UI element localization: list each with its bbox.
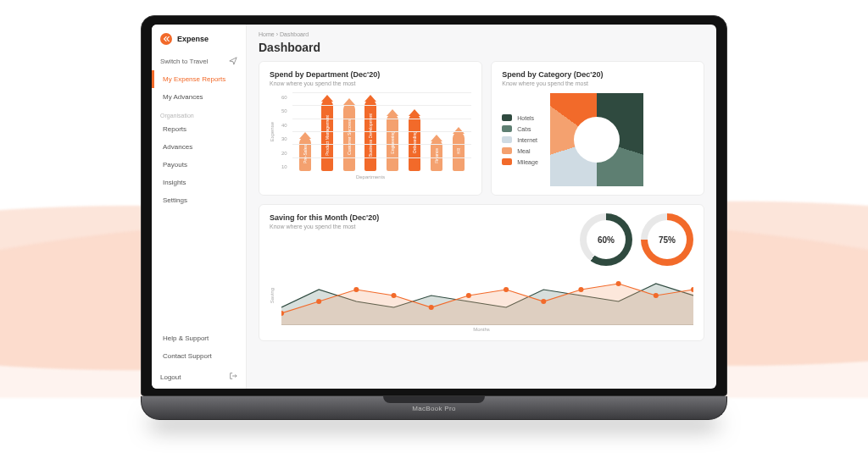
svg-point-7: [504, 287, 509, 292]
sidebar-item-contact-support[interactable]: Contact Support: [152, 347, 246, 365]
sidebar-item-label: Insights: [163, 179, 186, 186]
sidebar-item-help-support[interactable]: Help & Support: [152, 329, 246, 347]
sidebar-item-payouts[interactable]: Payouts: [152, 156, 246, 174]
sidebar-item-label: Reports: [163, 125, 186, 133]
paper-plane-icon: [229, 57, 237, 65]
sidebar-item-my-expense-reports[interactable]: My Expense Reports: [152, 70, 246, 88]
y-axis-ticks: 605040302010: [281, 93, 287, 171]
gauge-1: 60%: [580, 213, 632, 266]
bar-chart: Expense 605040302010 Pre-SalesProduct Ma…: [270, 93, 471, 171]
bar-business-development[interactable]: Business Development: [364, 100, 376, 171]
logout-button[interactable]: Logout: [152, 365, 246, 389]
svg-point-6: [466, 293, 471, 298]
legend-swatch: [502, 158, 512, 165]
brand-name: Expense: [177, 35, 209, 43]
legend-item[interactable]: Meal: [502, 147, 538, 154]
legend-label: Cabs: [517, 126, 531, 132]
bar-onboarding[interactable]: Onboarding: [409, 114, 420, 171]
bar-label: Onboarding: [412, 130, 417, 155]
sidebar-item-label: Payouts: [163, 161, 187, 168]
sidebar-item-label: Contact Support: [163, 352, 212, 360]
logout-icon: [229, 372, 237, 382]
legend-item[interactable]: Internet: [502, 136, 538, 143]
switch-label: Switch to Travel: [160, 58, 208, 65]
bar-customer-success[interactable]: Customer Success: [343, 103, 355, 171]
card-title: Spend by Category (Dec'20): [502, 70, 693, 79]
gauge-label: 75%: [648, 220, 687, 259]
legend-label: Hotels: [517, 115, 534, 121]
switch-to-travel[interactable]: Switch to Travel: [152, 52, 246, 70]
svg-point-5: [429, 305, 434, 310]
svg-point-2: [316, 299, 321, 304]
laptop-frame: Expense Switch to Travel My Expense Repo…: [141, 15, 727, 420]
card-title: Spend by Department (Dec'20): [270, 70, 471, 79]
y-axis-label: Expense: [270, 122, 275, 141]
legend-swatch: [502, 136, 512, 143]
bar-label: Pre-Sales: [303, 143, 308, 165]
card-spend-by-department: Spend by Department (Dec'20) Know where …: [259, 61, 482, 196]
legend-swatch: [502, 125, 512, 132]
breadcrumb: Home › Dashboard: [247, 25, 716, 37]
logout-label: Logout: [160, 373, 181, 381]
legend: HotelsCabsInternetMealMileage: [502, 114, 538, 165]
laptop-base: MacBook Pro: [141, 396, 727, 420]
breadcrumb-root[interactable]: Home: [259, 31, 275, 37]
gauges: 60%75%: [580, 213, 693, 266]
legend-swatch: [502, 114, 512, 121]
card-subtitle: Know where you spend the most: [270, 224, 379, 229]
card-subtitle: Know where you spend the most: [502, 80, 693, 86]
x-axis-label: Months: [270, 327, 693, 332]
legend-label: Meal: [517, 148, 530, 154]
sidebar-item-label: My Expense Reports: [163, 75, 225, 83]
legend-item[interactable]: Mileage: [502, 158, 538, 165]
laptop-notch: [383, 396, 485, 403]
svg-point-10: [616, 281, 621, 286]
bar-label: Product Management: [325, 113, 330, 157]
bar-label: HR: [456, 146, 461, 156]
sidebar-item-settings[interactable]: Settings: [152, 191, 246, 209]
sidebar-item-label: My Advances: [163, 93, 203, 101]
bar-label: Engineering: [390, 130, 395, 156]
laptop-brand-label: MacBook Pro: [412, 405, 455, 412]
legend-item[interactable]: Hotels: [502, 114, 538, 121]
legend-swatch: [502, 147, 512, 154]
main-content: Home › Dashboard Dashboard Spend by Depa…: [247, 25, 716, 389]
card-spend-by-category: Spend by Category (Dec'20) Know where yo…: [491, 61, 704, 196]
gauge-label: 60%: [587, 220, 626, 259]
brand-logo-icon: [160, 33, 172, 45]
y-axis-label: Saving: [270, 288, 275, 303]
svg-point-11: [654, 293, 659, 298]
area-chart: Saving: [270, 266, 693, 325]
brand: Expense: [152, 25, 246, 52]
page-title: Dashboard: [247, 37, 716, 61]
bar-plot-area: Pre-SalesProduct ManagementCustomer Succ…: [292, 93, 472, 171]
gauge-2: 75%: [641, 213, 693, 266]
sidebar-item-insights[interactable]: Insights: [152, 174, 246, 191]
sidebar-item-label: Help & Support: [163, 334, 209, 342]
legend-item[interactable]: Cabs: [502, 125, 538, 132]
svg-point-9: [578, 287, 583, 292]
x-axis-label: Departments: [270, 174, 471, 180]
sidebar-item-advances[interactable]: Advances: [152, 138, 246, 156]
breadcrumb-sep: ›: [276, 31, 278, 37]
donut-row: HotelsCabsInternetMealMileage: [502, 93, 693, 186]
svg-point-8: [541, 299, 546, 304]
bar-label: Customer Success: [347, 118, 352, 157]
bar-label: Finance: [434, 146, 439, 165]
sidebar-item-my-advances[interactable]: My Advances: [152, 88, 246, 106]
cards-grid: Spend by Department (Dec'20) Know where …: [247, 61, 716, 350]
svg-point-3: [353, 287, 359, 292]
sidebar-item-reports[interactable]: Reports: [152, 120, 246, 138]
donut-chart: [550, 93, 643, 186]
donut-hole: [574, 117, 620, 163]
bar-product-management[interactable]: Product Management: [321, 100, 333, 171]
sidebar: Expense Switch to Travel My Expense Repo…: [152, 25, 247, 389]
svg-point-4: [392, 293, 397, 298]
legend-label: Mileage: [517, 159, 538, 165]
sidebar-item-label: Advances: [163, 143, 192, 151]
card-subtitle: Know where you spend the most: [270, 80, 471, 86]
bar-pre-sales[interactable]: Pre-Sales: [299, 137, 311, 171]
sidebar-item-label: Settings: [163, 196, 187, 204]
bar-hr[interactable]: HR: [453, 132, 465, 171]
bar-engineering[interactable]: Engineering: [387, 114, 398, 171]
